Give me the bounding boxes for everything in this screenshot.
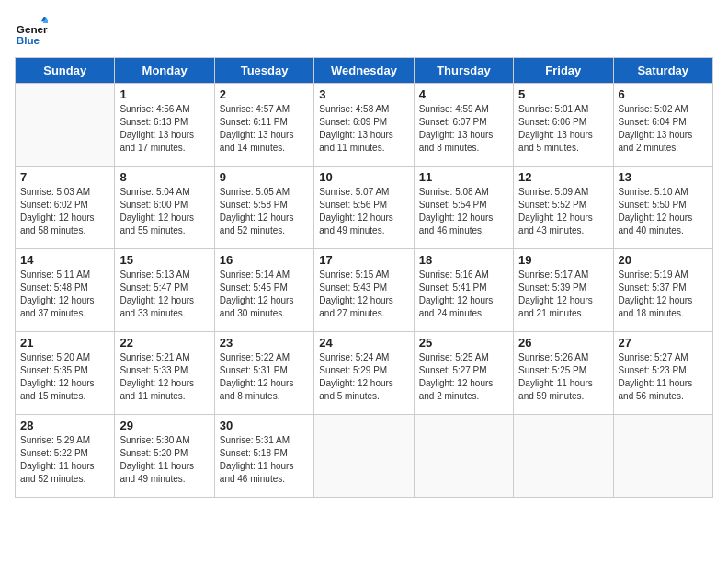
calendar-cell: 18Sunrise: 5:16 AM Sunset: 5:41 PM Dayli… [414, 249, 513, 332]
day-info: Sunrise: 5:09 AM Sunset: 5:52 PM Dayligh… [518, 186, 608, 237]
day-info: Sunrise: 5:07 AM Sunset: 5:56 PM Dayligh… [319, 186, 408, 237]
day-info: Sunrise: 5:25 AM Sunset: 5:27 PM Dayligh… [419, 351, 508, 403]
day-number: 1 [119, 87, 209, 101]
day-info: Sunrise: 5:02 AM Sunset: 6:04 PM Dayligh… [619, 103, 708, 155]
weekday-header-friday: Friday [514, 58, 613, 84]
weekday-header-thursday: Thursday [414, 58, 513, 84]
day-info: Sunrise: 5:16 AM Sunset: 5:41 PM Dayligh… [419, 269, 508, 320]
calendar-cell [613, 415, 712, 498]
calendar-cell: 19Sunrise: 5:17 AM Sunset: 5:39 PM Dayli… [514, 249, 613, 332]
day-number: 30 [220, 419, 309, 432]
day-info: Sunrise: 5:10 AM Sunset: 5:50 PM Dayligh… [619, 186, 708, 237]
day-info: Sunrise: 5:27 AM Sunset: 5:23 PM Dayligh… [619, 351, 708, 403]
day-info: Sunrise: 5:17 AM Sunset: 5:39 PM Dayligh… [518, 269, 608, 320]
day-number: 26 [518, 336, 608, 350]
day-number: 9 [220, 170, 309, 184]
calendar-week-0: 1Sunrise: 4:56 AM Sunset: 6:13 PM Daylig… [16, 84, 713, 167]
day-info: Sunrise: 5:13 AM Sunset: 5:47 PM Dayligh… [119, 269, 209, 320]
weekday-header-wednesday: Wednesday [314, 58, 414, 84]
calendar-cell [514, 415, 613, 498]
day-number: 28 [20, 419, 109, 432]
svg-text:Blue: Blue [17, 34, 40, 46]
calendar-header-row: SundayMondayTuesdayWednesdayThursdayFrid… [16, 58, 713, 84]
day-number: 5 [518, 87, 608, 101]
day-info: Sunrise: 5:11 AM Sunset: 5:48 PM Dayligh… [20, 269, 109, 320]
calendar-cell: 27Sunrise: 5:27 AM Sunset: 5:23 PM Dayli… [613, 332, 712, 415]
day-number: 18 [419, 253, 508, 267]
calendar-cell: 12Sunrise: 5:09 AM Sunset: 5:52 PM Dayli… [514, 167, 613, 249]
day-number: 15 [119, 253, 209, 267]
calendar-cell: 17Sunrise: 5:15 AM Sunset: 5:43 PM Dayli… [314, 249, 414, 332]
day-number: 23 [220, 336, 309, 350]
weekday-header-monday: Monday [115, 58, 214, 84]
day-number: 21 [20, 336, 109, 350]
calendar-body: 1Sunrise: 4:56 AM Sunset: 6:13 PM Daylig… [16, 84, 713, 498]
calendar-cell: 2Sunrise: 4:57 AM Sunset: 6:11 PM Daylig… [214, 84, 313, 167]
day-info: Sunrise: 5:24 AM Sunset: 5:29 PM Dayligh… [319, 351, 408, 403]
day-number: 4 [419, 87, 508, 101]
day-info: Sunrise: 5:21 AM Sunset: 5:33 PM Dayligh… [119, 351, 209, 403]
calendar-cell: 13Sunrise: 5:10 AM Sunset: 5:50 PM Dayli… [613, 167, 712, 249]
calendar-cell [16, 84, 115, 167]
day-number: 29 [119, 419, 209, 432]
day-info: Sunrise: 5:05 AM Sunset: 5:58 PM Dayligh… [220, 186, 309, 237]
day-number: 8 [119, 170, 209, 184]
day-number: 20 [619, 253, 708, 267]
calendar-cell: 8Sunrise: 5:04 AM Sunset: 6:00 PM Daylig… [115, 167, 214, 249]
calendar-cell: 30Sunrise: 5:31 AM Sunset: 5:18 PM Dayli… [214, 415, 313, 498]
calendar-cell: 9Sunrise: 5:05 AM Sunset: 5:58 PM Daylig… [214, 167, 313, 249]
calendar-week-1: 7Sunrise: 5:03 AM Sunset: 6:02 PM Daylig… [16, 167, 713, 249]
day-info: Sunrise: 5:14 AM Sunset: 5:45 PM Dayligh… [220, 269, 309, 320]
day-number: 3 [319, 87, 408, 101]
day-number: 24 [319, 336, 408, 350]
day-number: 25 [419, 336, 508, 350]
day-info: Sunrise: 5:01 AM Sunset: 6:06 PM Dayligh… [518, 103, 608, 155]
day-number: 11 [419, 170, 508, 184]
calendar-cell: 15Sunrise: 5:13 AM Sunset: 5:47 PM Dayli… [115, 249, 214, 332]
calendar-week-3: 21Sunrise: 5:20 AM Sunset: 5:35 PM Dayli… [16, 332, 713, 415]
day-info: Sunrise: 5:20 AM Sunset: 5:35 PM Dayligh… [20, 351, 109, 403]
day-number: 13 [619, 170, 708, 184]
weekday-header-sunday: Sunday [16, 58, 115, 84]
calendar-week-2: 14Sunrise: 5:11 AM Sunset: 5:48 PM Dayli… [16, 249, 713, 332]
calendar-cell: 25Sunrise: 5:25 AM Sunset: 5:27 PM Dayli… [414, 332, 513, 415]
calendar-cell: 26Sunrise: 5:26 AM Sunset: 5:25 PM Dayli… [514, 332, 613, 415]
calendar-cell: 14Sunrise: 5:11 AM Sunset: 5:48 PM Dayli… [16, 249, 115, 332]
calendar-cell: 4Sunrise: 4:59 AM Sunset: 6:07 PM Daylig… [414, 84, 513, 167]
day-number: 6 [619, 87, 708, 101]
calendar-table: SundayMondayTuesdayWednesdayThursdayFrid… [15, 57, 713, 498]
day-number: 16 [220, 253, 309, 267]
calendar-cell: 1Sunrise: 4:56 AM Sunset: 6:13 PM Daylig… [115, 84, 214, 167]
day-number: 27 [619, 336, 708, 350]
calendar-cell: 5Sunrise: 5:01 AM Sunset: 6:06 PM Daylig… [514, 84, 613, 167]
day-number: 17 [319, 253, 408, 267]
day-info: Sunrise: 5:29 AM Sunset: 5:22 PM Dayligh… [20, 434, 109, 486]
day-info: Sunrise: 5:15 AM Sunset: 5:43 PM Dayligh… [319, 269, 408, 320]
calendar-cell: 28Sunrise: 5:29 AM Sunset: 5:22 PM Dayli… [16, 415, 115, 498]
day-info: Sunrise: 4:56 AM Sunset: 6:13 PM Dayligh… [119, 103, 209, 155]
day-number: 14 [20, 253, 109, 267]
calendar-cell: 7Sunrise: 5:03 AM Sunset: 6:02 PM Daylig… [16, 167, 115, 249]
day-info: Sunrise: 5:03 AM Sunset: 6:02 PM Dayligh… [20, 186, 109, 237]
day-info: Sunrise: 5:31 AM Sunset: 5:18 PM Dayligh… [220, 434, 309, 486]
day-info: Sunrise: 5:22 AM Sunset: 5:31 PM Dayligh… [220, 351, 309, 403]
logo-icon: General Blue [15, 15, 48, 48]
day-number: 10 [319, 170, 408, 184]
calendar-cell: 16Sunrise: 5:14 AM Sunset: 5:45 PM Dayli… [214, 249, 313, 332]
calendar-cell: 6Sunrise: 5:02 AM Sunset: 6:04 PM Daylig… [613, 84, 712, 167]
day-number: 19 [518, 253, 608, 267]
calendar-cell: 24Sunrise: 5:24 AM Sunset: 5:29 PM Dayli… [314, 332, 414, 415]
calendar-cell [414, 415, 513, 498]
day-number: 22 [119, 336, 209, 350]
day-info: Sunrise: 5:19 AM Sunset: 5:37 PM Dayligh… [619, 269, 708, 320]
day-info: Sunrise: 5:08 AM Sunset: 5:54 PM Dayligh… [419, 186, 508, 237]
day-info: Sunrise: 5:04 AM Sunset: 6:00 PM Dayligh… [119, 186, 209, 237]
day-info: Sunrise: 5:30 AM Sunset: 5:20 PM Dayligh… [119, 434, 209, 486]
calendar-cell: 22Sunrise: 5:21 AM Sunset: 5:33 PM Dayli… [115, 332, 214, 415]
calendar-cell: 3Sunrise: 4:58 AM Sunset: 6:09 PM Daylig… [314, 84, 414, 167]
weekday-header-tuesday: Tuesday [214, 58, 313, 84]
day-number: 7 [20, 170, 109, 184]
calendar-cell: 23Sunrise: 5:22 AM Sunset: 5:31 PM Dayli… [214, 332, 313, 415]
page-header: General Blue [15, 15, 713, 48]
day-info: Sunrise: 4:57 AM Sunset: 6:11 PM Dayligh… [220, 103, 309, 155]
